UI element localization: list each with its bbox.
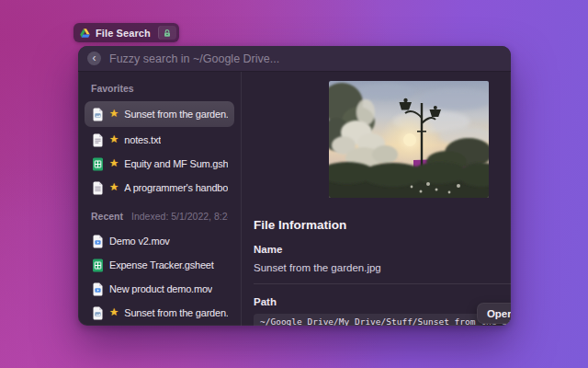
chevron-left-icon: ‹: [93, 52, 96, 63]
file-icon-video: [91, 282, 104, 296]
google-drive-icon: [80, 29, 90, 38]
name-value: Sunset from the garden.jpg: [254, 262, 511, 273]
file-name: Sunset from the garden.jpg: [124, 109, 228, 120]
list-item[interactable]: New product demo.mov: [85, 277, 234, 301]
file-name: New product demo.mov: [109, 283, 212, 294]
file-icon-doc: [91, 181, 104, 195]
open-file-button[interactable]: Open File >_: [477, 303, 511, 324]
desktop-background: File Search ‹ Favorites ★ Sunset from th…: [0, 0, 588, 368]
star-icon: ★: [109, 158, 119, 169]
list-item[interactable]: ★ Sunset from the garden.jpg: [85, 301, 234, 325]
file-name: notes.txt: [124, 134, 161, 145]
file-detail-panel: File Information Name Sunset from the ga…: [242, 72, 511, 326]
lock-icon: [158, 26, 176, 40]
section-label: Favorites: [91, 83, 134, 94]
list-item[interactable]: ★ Equity and MF Sum.gsheet: [85, 152, 234, 176]
section-header-recent: Recent Indexed: 5/1/2022, 8:24:30 PM: [91, 211, 228, 224]
section-header-favorites: Favorites: [91, 83, 228, 97]
search-header: ‹: [78, 46, 511, 72]
file-name: Expense Tracker.gsheet: [109, 259, 214, 270]
list-item[interactable]: ★ notes.txt: [85, 128, 234, 152]
preview-image: [329, 81, 489, 198]
panel-title: File Information: [254, 218, 511, 232]
star-icon: ★: [109, 109, 119, 120]
path-value: ~/Google Drive/My Drive/Stuff/Sunset fro…: [254, 314, 511, 326]
file-icon-gsheet: [91, 259, 104, 272]
list-item[interactable]: Demo v2.mov: [85, 229, 234, 253]
file-name: Sunset from the garden.jpg: [124, 307, 228, 318]
star-icon: ★: [109, 134, 119, 145]
index-timestamp: Indexed: 5/1/2022, 8:24:30 PM: [131, 211, 228, 222]
open-file-label: Open File: [487, 308, 511, 319]
file-name: Equity and MF Sum.gsheet: [124, 158, 228, 169]
star-icon: ★: [109, 182, 119, 193]
file-icon-gsheet: [91, 157, 104, 171]
list-item[interactable]: Expense Tracker.gsheet: [85, 253, 234, 277]
path-label: Path: [254, 296, 511, 307]
file-name: A programmer's handbook.p...: [124, 182, 228, 193]
list-item[interactable]: ★ A programmer's handbook.p...: [85, 176, 234, 200]
file-icon-text: [91, 133, 104, 147]
file-icon-image: [91, 108, 104, 121]
window-body: Favorites ★ Sunset from the garden.jpg ★…: [78, 72, 511, 326]
file-search-window: ‹ Favorites ★ Sunset from the garden.jpg…: [78, 46, 511, 326]
list-item[interactable]: avatar.png: [85, 325, 234, 326]
file-list-sidebar: Favorites ★ Sunset from the garden.jpg ★…: [78, 72, 242, 326]
star-icon: ★: [109, 307, 119, 318]
file-name: Demo v2.mov: [109, 236, 170, 247]
search-input[interactable]: [109, 52, 502, 65]
extension-badge[interactable]: File Search: [74, 23, 179, 42]
back-button[interactable]: ‹: [87, 52, 101, 65]
name-label: Name: [254, 244, 511, 255]
section-divider: [254, 283, 511, 284]
file-icon-video: [91, 235, 104, 248]
badge-label: File Search: [96, 28, 151, 39]
list-item[interactable]: ★ Sunset from the garden.jpg: [85, 101, 234, 127]
file-icon-image: [91, 306, 104, 320]
section-label: Recent: [91, 211, 123, 222]
